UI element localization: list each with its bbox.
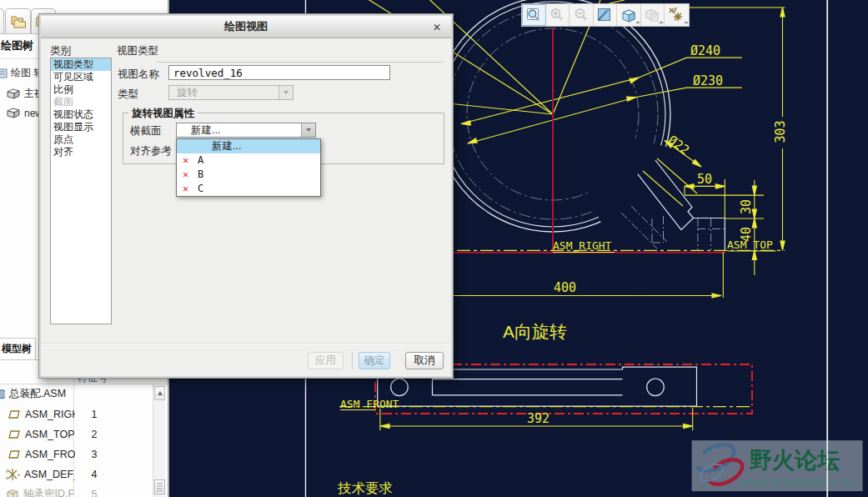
model-tree-row-asm-def-csys[interactable]: y z x ASM_DEF_CS 4 — [0, 467, 153, 481]
assembly-icon — [0, 389, 5, 399]
group-title: 旋转视图属性 — [128, 107, 198, 121]
dim-392[interactable]: 392 — [527, 411, 549, 426]
label-asm-front: ASM_FRONT — [340, 398, 399, 410]
feature-number: 5 — [87, 489, 102, 497]
svg-text:x: x — [18, 472, 20, 477]
combo-arrow-icon[interactable] — [301, 123, 315, 137]
model-tree-row-label: ASM_FRONT — [25, 449, 75, 460]
display-style-button[interactable] — [617, 4, 641, 26]
model-tree-row-asm-top[interactable]: ASM_TOP 2 — [0, 427, 153, 441]
zoom-box-icon — [525, 7, 542, 23]
invalid-x-icon: ✕ — [183, 154, 192, 166]
csys-icon: y z x — [6, 468, 20, 480]
cancel-button[interactable]: 取消 — [405, 352, 444, 369]
watermark-subtitle: www.proewildfire.cn — [740, 475, 856, 489]
dim-400[interactable]: 400 — [554, 280, 576, 295]
cross-section-combobox[interactable]: 新建... — [176, 123, 316, 138]
model-tree-tab-label: 模型树 — [2, 342, 32, 356]
type-combobox-value: 旋转 — [169, 86, 278, 99]
category-item-4[interactable]: 视图状态 — [51, 108, 111, 121]
dropdown-item-label: 新建... — [177, 139, 241, 153]
type-label: 类型 — [118, 88, 138, 102]
drawing-view-dialog: 绘图视图 ✕ 类别 视图类型可见区域比例截面视图状态视图显示原点对齐 视图类型 … — [38, 13, 454, 379]
cross-section-dropdown[interactable]: 新建...✕A✕B✕C — [176, 138, 321, 197]
combo-arrow-icon — [278, 86, 293, 99]
saved-views-button[interactable] — [641, 4, 665, 26]
ok-button[interactable]: 确定 — [359, 352, 390, 369]
close-icon[interactable]: ✕ — [429, 19, 444, 34]
category-list[interactable]: 视图类型可见区域比例截面视图状态视图显示原点对齐 — [50, 58, 112, 324]
category-item-2[interactable]: 比例 — [51, 83, 111, 96]
invalid-x-icon: ✕ — [183, 183, 192, 194]
model-tree-row-label: 轴承密ID.P — [23, 487, 73, 497]
zoom-in-icon — [549, 7, 565, 23]
model-tree-row-asm-front[interactable]: ASM_FRONT 3 — [0, 447, 153, 461]
datum-plane-icon — [8, 429, 21, 439]
svg-text:z: z — [6, 475, 8, 480]
dialog-titlebar[interactable]: 绘图视图 ✕ — [41, 16, 451, 38]
label-asm-right[interactable]: ASM_RIGHT — [553, 239, 612, 252]
dropdown-item-2[interactable]: ✕B — [177, 168, 320, 182]
dim-303[interactable]: 303 — [773, 120, 788, 143]
dim-d240[interactable]: Ø240 — [690, 43, 720, 58]
dropdown-item-1[interactable]: ✕A — [177, 153, 320, 168]
scrollbar-up-arrow[interactable] — [154, 386, 165, 400]
category-item-7[interactable]: 对齐 — [51, 146, 111, 158]
category-item-1[interactable]: 可见区域 — [51, 71, 111, 83]
category-item-5[interactable]: 视图显示 — [51, 121, 111, 133]
zoom-in-button[interactable] — [546, 4, 570, 26]
saved-views-icon — [643, 6, 661, 24]
dropdown-item-0[interactable]: 新建... — [177, 139, 320, 153]
model-tree-tab[interactable]: 模型树 — [0, 338, 36, 360]
model-tree-row-label: ASM_DEF_CS — [24, 469, 74, 480]
view-box-icon — [6, 88, 21, 100]
zoom-out-button[interactable] — [569, 4, 594, 26]
feature-number: 1 — [87, 409, 102, 420]
model-tree-row-assembly[interactable]: 总装配.ASM — [0, 387, 153, 401]
navigator-tab-folders[interactable] — [5, 8, 31, 34]
navigator-tab-0[interactable] — [0, 8, 4, 34]
dropdown-item-label: B — [198, 168, 203, 180]
view-toolbar — [521, 3, 690, 27]
dropdown-item-label: A — [198, 154, 203, 166]
view-name-label: 视图名称 — [118, 68, 159, 82]
scrollbar-thumb[interactable] — [154, 479, 165, 494]
dim-50[interactable]: 50 — [697, 172, 712, 187]
section-title: 视图类型 — [117, 44, 158, 58]
apply-button[interactable]: 应用 — [308, 352, 344, 369]
cross-section-value: 新建... — [177, 123, 301, 137]
dropdown-arrow-icon — [659, 21, 664, 26]
model-tree-row-asm-right[interactable]: ASM_RIGHT 1 — [0, 407, 153, 421]
part-icon — [6, 489, 19, 497]
folder-stack-icon — [9, 13, 28, 30]
datum-display-button[interactable] — [665, 4, 689, 26]
model-tree-row-part[interactable]: 轴承密ID.P 5 — [0, 487, 153, 497]
datum-display-icon — [667, 6, 685, 24]
cross-section-label: 横截面 — [130, 124, 162, 138]
category-item-0[interactable]: 视图类型 — [51, 58, 111, 71]
section-rule — [156, 62, 443, 63]
repaint-button[interactable] — [594, 4, 618, 26]
dialog-title: 绘图视图 — [224, 19, 268, 34]
note-rotated-view[interactable]: A向旋转 — [503, 322, 567, 341]
datum-plane-icon — [8, 449, 21, 459]
dim-30[interactable]: 30 — [739, 199, 754, 214]
shaded-box-icon — [620, 6, 638, 24]
type-combobox-disabled: 旋转 — [168, 85, 294, 100]
dropdown-item-label: C — [198, 183, 203, 194]
dim-40[interactable]: 40 — [739, 227, 754, 242]
button-separator — [352, 352, 353, 369]
view-name-input[interactable] — [168, 65, 390, 80]
watermark: 野火论坛 www.proewildfire.cn — [692, 439, 863, 491]
zoom-box-button[interactable] — [522, 4, 546, 26]
category-item-6[interactable]: 原点 — [51, 133, 111, 146]
dim-d230[interactable]: Ø230 — [693, 73, 723, 88]
feature-number: 2 — [87, 429, 102, 440]
note-tech-req[interactable]: 技术要求 — [337, 480, 393, 495]
model-tree-scrollbar[interactable] — [153, 384, 165, 497]
repaint-icon — [596, 7, 613, 23]
feature-number: 4 — [87, 469, 102, 480]
dropdown-item-3[interactable]: ✕C — [177, 182, 320, 196]
svg-text:y: y — [6, 468, 8, 474]
zoom-out-icon — [573, 7, 590, 23]
